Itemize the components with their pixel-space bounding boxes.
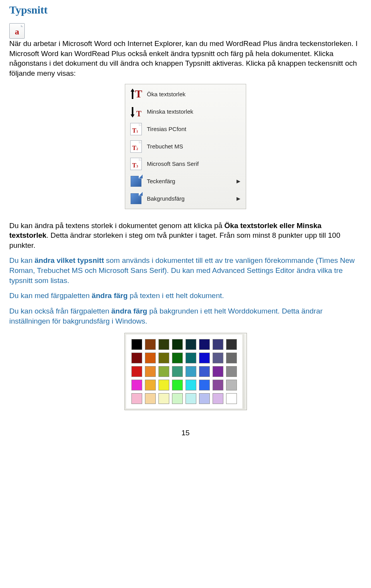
color-swatch[interactable] [213, 353, 223, 363]
color-palette-grid [131, 339, 237, 404]
increase-text-size-icon: T [128, 88, 145, 101]
menu-item-label: Trebuchet MS [145, 143, 243, 150]
color-swatch[interactable] [213, 339, 223, 350]
text: Du kan också från färgpaletten [9, 307, 111, 315]
text: på texten i ett helt dokument. [128, 291, 224, 300]
window-resize-strip [243, 334, 245, 409]
chevron-right-icon: ▶ [237, 196, 243, 201]
paragraph-text-color: Du kan med färgpaletten ändra färg på te… [9, 291, 362, 301]
color-swatch[interactable] [158, 339, 169, 350]
color-swatch[interactable] [226, 380, 237, 390]
color-swatch[interactable] [226, 366, 237, 377]
text-bold: ändra färg [92, 291, 128, 300]
paragraph-bg-color: Du kan också från färgpaletten ändra fär… [9, 306, 362, 326]
color-swatch[interactable] [172, 339, 183, 350]
menu-item-label: Bakgrundsfärg [145, 195, 237, 202]
color-swatch[interactable] [158, 380, 169, 390]
color-swatch[interactable] [199, 339, 210, 350]
text: Du kan med färgpaletten [9, 291, 92, 300]
color-swatch[interactable] [131, 393, 142, 404]
color-icon [128, 176, 145, 187]
text-bold: ändra färg [111, 307, 147, 315]
color-swatch[interactable] [145, 339, 156, 350]
color-swatch[interactable] [158, 353, 169, 363]
color-swatch[interactable] [186, 353, 196, 363]
menu-item-text-color[interactable]: Teckenfärg ▶ [125, 172, 246, 190]
intro-paragraph: När du arbetar i Microsoft Word och Inte… [9, 39, 362, 78]
menu-item-decrease-size[interactable]: T Minska textstorlek [125, 103, 246, 120]
menu-item-label: Tiresias PCfont [145, 126, 243, 132]
color-swatch[interactable] [213, 366, 223, 377]
color-swatch[interactable] [186, 366, 196, 377]
color-swatch[interactable] [172, 353, 183, 363]
menu-item-label: Teckenfärg [145, 178, 237, 184]
color-swatch[interactable] [145, 353, 156, 363]
color-swatch[interactable] [131, 353, 142, 363]
color-swatch[interactable] [172, 393, 183, 404]
color-swatch[interactable] [158, 366, 169, 377]
color-swatch[interactable] [213, 393, 223, 404]
color-swatch[interactable] [172, 380, 183, 390]
menu-item-font-1[interactable]: T1 Tiresias PCfont [125, 120, 246, 138]
decrease-text-size-icon: T [128, 105, 145, 118]
color-swatch[interactable] [172, 366, 183, 377]
page-number: 15 [9, 429, 362, 437]
menu-item-font-2[interactable]: T2 Trebuchet MS [125, 138, 246, 155]
color-swatch[interactable] [186, 380, 196, 390]
color-swatch[interactable] [145, 366, 156, 377]
color-swatch[interactable] [158, 393, 169, 404]
menu-item-label: Minska textstorlek [145, 108, 243, 115]
color-icon [128, 193, 145, 204]
color-swatch[interactable] [186, 393, 196, 404]
text: . Detta ändrar storleken i steg om två p… [9, 231, 340, 249]
color-swatch[interactable] [199, 366, 210, 377]
color-palette-window [124, 333, 247, 410]
color-swatch[interactable] [131, 339, 142, 350]
color-swatch[interactable] [131, 380, 142, 390]
menu-item-font-3[interactable]: T3 Microsoft Sans Serif [125, 155, 246, 172]
color-swatch[interactable] [213, 380, 223, 390]
typsnitt-toolbar-icon: a [9, 23, 25, 39]
color-swatch[interactable] [226, 393, 237, 404]
color-swatch[interactable] [199, 393, 210, 404]
menu-item-increase-size[interactable]: T Öka textstorlek [125, 86, 246, 103]
color-swatch[interactable] [131, 366, 142, 377]
font-doc-icon: T1 [128, 123, 145, 135]
color-swatch[interactable] [226, 353, 237, 363]
text-bold: ändra vilket typsnitt [34, 256, 104, 264]
color-swatch[interactable] [145, 393, 156, 404]
typsnitt-menu: T Öka textstorlek T Minska textstorlek T… [125, 84, 246, 209]
paragraph-font: Du kan ändra vilket typsnitt som används… [9, 256, 362, 285]
color-swatch[interactable] [186, 339, 196, 350]
font-doc-icon: T2 [128, 140, 145, 153]
text: Du kan ändra på textens storlek i dokume… [9, 222, 225, 230]
menu-item-background-color[interactable]: Bakgrundsfärg ▶ [125, 190, 246, 207]
section-title: Typsnitt [9, 4, 362, 16]
text: Du kan [9, 256, 34, 264]
menu-item-label: Öka textstorlek [145, 91, 243, 97]
color-swatch[interactable] [145, 380, 156, 390]
color-swatch[interactable] [199, 380, 210, 390]
paragraph-size: Du kan ändra på textens storlek i dokume… [9, 221, 362, 251]
color-swatch[interactable] [226, 339, 237, 350]
font-doc-icon: T3 [128, 158, 145, 170]
menu-item-label: Microsoft Sans Serif [145, 160, 243, 167]
color-swatch[interactable] [199, 353, 210, 363]
chevron-right-icon: ▶ [237, 178, 243, 184]
